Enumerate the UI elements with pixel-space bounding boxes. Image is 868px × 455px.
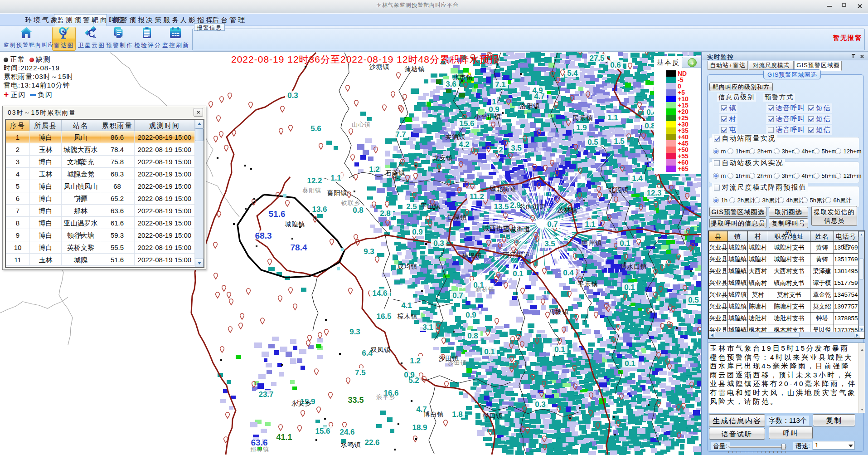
- svg-text:铁联乡: 铁联乡: [341, 200, 360, 206]
- svg-text:南江街道: 南江街道: [503, 251, 530, 258]
- svg-text:4.7: 4.7: [534, 92, 545, 101]
- svg-text:仁厚镇: 仁厚镇: [447, 214, 467, 221]
- svg-text:15.6: 15.6: [315, 427, 330, 435]
- svg-text:浪平乡: 浪平乡: [376, 394, 395, 401]
- svg-text:山心镇: 山心镇: [352, 121, 371, 128]
- svg-text:平山镇: 平山镇: [421, 202, 441, 210]
- svg-text:41.1: 41.1: [276, 433, 292, 442]
- svg-text:18.9: 18.9: [412, 423, 427, 432]
- svg-text:1.4: 1.4: [632, 174, 643, 183]
- svg-text:洛阳镇: 洛阳镇: [520, 102, 540, 109]
- svg-text:24.6: 24.6: [339, 428, 354, 436]
- svg-text:永安乡: 永安乡: [291, 400, 312, 407]
- svg-text:北市镇: 北市镇: [453, 73, 473, 81]
- svg-text:1.1: 1.1: [607, 113, 618, 122]
- svg-text:3.5: 3.5: [511, 144, 522, 152]
- svg-text:12.2: 12.2: [307, 176, 322, 185]
- svg-text:2: 2: [499, 146, 503, 154]
- svg-text:14.6: 14.6: [372, 289, 387, 298]
- svg-text:0.8: 0.8: [467, 332, 478, 340]
- svg-text:民乐镇: 民乐镇: [573, 114, 593, 122]
- svg-text:0.1: 0.1: [484, 347, 495, 356]
- svg-text:7.5: 7.5: [355, 368, 366, 377]
- svg-text:龙安镇: 龙安镇: [433, 154, 453, 161]
- svg-text:双凤镇: 双凤镇: [371, 346, 391, 353]
- svg-text:0.3: 0.3: [433, 239, 444, 248]
- svg-text:0.3: 0.3: [535, 400, 546, 409]
- svg-text:5.2: 5.2: [408, 376, 419, 385]
- svg-text:13.5: 13.5: [494, 202, 509, 211]
- svg-text:0.1: 0.1: [624, 283, 635, 292]
- svg-text:1.1: 1.1: [585, 220, 596, 229]
- svg-text:4.1: 4.1: [401, 301, 412, 310]
- svg-text:3.6: 3.6: [446, 80, 456, 88]
- svg-text:27.5: 27.5: [589, 54, 604, 63]
- svg-text:7.7: 7.7: [395, 130, 406, 139]
- svg-text:茂林镇: 茂林镇: [558, 206, 578, 214]
- svg-text:4.2: 4.2: [459, 140, 470, 149]
- svg-text:0.7: 0.7: [547, 220, 558, 229]
- svg-text:7.1: 7.1: [495, 80, 506, 89]
- svg-text:0.3: 0.3: [287, 91, 298, 100]
- svg-text:北流镇: 北流镇: [609, 186, 629, 193]
- svg-text:2.5: 2.5: [406, 202, 417, 211]
- svg-text:0.9: 0.9: [466, 311, 476, 319]
- svg-text:78.4: 78.4: [291, 243, 307, 252]
- svg-text:城隍镇: 城隍镇: [285, 220, 305, 228]
- svg-text:5.6: 5.6: [310, 124, 321, 133]
- svg-text:2.8: 2.8: [380, 209, 391, 218]
- svg-text:城西街道: 城西街道: [482, 225, 510, 232]
- svg-text:1.1: 1.1: [330, 174, 341, 182]
- svg-text:福绵镇: 福绵镇: [462, 252, 482, 259]
- svg-text:0.5: 0.5: [587, 138, 598, 147]
- svg-text:0.1: 0.1: [625, 359, 635, 368]
- svg-text:1.2: 1.2: [410, 357, 421, 365]
- svg-text:1.2: 1.2: [369, 165, 380, 174]
- svg-text:1.9: 1.9: [576, 123, 587, 132]
- svg-text:0.6: 0.6: [610, 61, 621, 69]
- svg-text:13.6: 13.6: [312, 205, 327, 214]
- svg-text:1.5: 1.5: [614, 137, 625, 146]
- svg-text:那林镇: 那林镇: [250, 446, 269, 453]
- svg-text:清水口镇: 清水口镇: [620, 263, 647, 270]
- svg-text:小平山镇: 小平山镇: [474, 113, 501, 120]
- svg-text:城北街道: 城北街道: [489, 185, 517, 192]
- svg-text:葵阳镇: 葵阳镇: [302, 187, 321, 194]
- svg-text:16.5: 16.5: [376, 312, 391, 321]
- svg-text:马坡镇: 马坡镇: [549, 308, 569, 315]
- svg-text:樟木镇: 樟木镇: [398, 313, 418, 320]
- svg-text:平乐镇: 平乐镇: [578, 280, 598, 288]
- svg-text:0.8: 0.8: [353, 206, 364, 215]
- svg-text:0.1: 0.1: [620, 239, 630, 248]
- svg-text:径口镇: 径口镇: [483, 412, 503, 419]
- svg-text:0.9: 0.9: [412, 228, 423, 236]
- svg-text:12.3: 12.3: [646, 189, 661, 197]
- svg-text:22.6: 22.6: [364, 438, 379, 447]
- svg-text:0.1: 0.1: [513, 269, 524, 278]
- svg-text:名山街道: 名山街道: [519, 203, 546, 210]
- svg-text:0.4: 0.4: [563, 269, 574, 277]
- svg-text:博白镇: 博白镇: [424, 411, 444, 418]
- svg-text:0.7: 0.7: [452, 291, 463, 300]
- svg-text:11.2: 11.2: [470, 192, 484, 201]
- svg-text:新桥镇: 新桥镇: [475, 286, 495, 293]
- svg-text:3.1: 3.1: [422, 323, 433, 332]
- svg-text:5.4: 5.4: [567, 69, 578, 78]
- svg-text:15.6: 15.6: [459, 119, 474, 128]
- svg-text:3.5: 3.5: [544, 240, 555, 248]
- svg-text:塘岸镇: 塘岸镇: [582, 239, 602, 246]
- svg-text:9.3: 9.3: [364, 247, 374, 256]
- svg-text:卖酒镇: 卖酒镇: [446, 133, 466, 140]
- svg-text:沙田镇: 沙田镇: [448, 359, 467, 366]
- svg-text:水鸣镇: 水鸣镇: [341, 441, 361, 448]
- svg-text:1.8: 1.8: [452, 410, 463, 419]
- svg-text:68.3: 68.3: [255, 231, 272, 240]
- svg-text:成均镇: 成均镇: [398, 263, 418, 270]
- svg-text:0.5: 0.5: [688, 296, 699, 304]
- svg-text:葵阳镇: 葵阳镇: [327, 189, 348, 196]
- svg-text:0.1: 0.1: [554, 345, 565, 354]
- svg-text:石南镇: 石南镇: [385, 169, 406, 176]
- svg-text:23.7: 23.7: [258, 390, 273, 399]
- svg-text:51.6: 51.6: [269, 209, 286, 219]
- svg-text:33.5: 33.5: [348, 396, 364, 405]
